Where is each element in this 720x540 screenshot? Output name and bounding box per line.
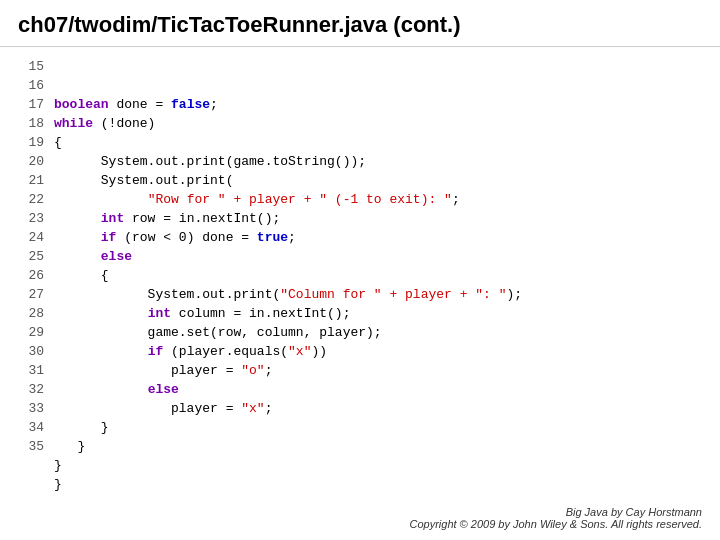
line-number: 27 — [18, 285, 44, 304]
footer-line2: Copyright © 2009 by John Wiley & Sons. A… — [409, 518, 702, 530]
code-area: boolean done = false;while (!done){ Syst… — [54, 57, 522, 494]
line-number: 17 — [18, 95, 44, 114]
line-number: 22 — [18, 190, 44, 209]
code-line: player = "o"; — [54, 361, 522, 380]
code-line: } — [54, 418, 522, 437]
line-number: 23 — [18, 209, 44, 228]
line-number: 30 — [18, 342, 44, 361]
footer-line1: Big Java by Cay Horstmann — [409, 506, 702, 518]
code-line: { — [54, 133, 522, 152]
code-line: while (!done) — [54, 114, 522, 133]
code-line: System.out.print("Column for " + player … — [54, 285, 522, 304]
code-line: System.out.print( — [54, 171, 522, 190]
code-line: if (player.equals("x")) — [54, 342, 522, 361]
code-line: else — [54, 380, 522, 399]
line-number: 24 — [18, 228, 44, 247]
code-line: } — [54, 475, 522, 494]
code-line: player = "x"; — [54, 399, 522, 418]
code-line: else — [54, 247, 522, 266]
line-number: 29 — [18, 323, 44, 342]
line-number: 26 — [18, 266, 44, 285]
code-line: } — [54, 456, 522, 475]
code-line: "Row for " + player + " (-1 to exit): "; — [54, 190, 522, 209]
code-line: int column = in.nextInt(); — [54, 304, 522, 323]
line-number: 33 — [18, 399, 44, 418]
code-line: int row = in.nextInt(); — [54, 209, 522, 228]
line-number: 31 — [18, 361, 44, 380]
line-number: 21 — [18, 171, 44, 190]
code-line: { — [54, 266, 522, 285]
line-number: 28 — [18, 304, 44, 323]
line-numbers: 1516171819202122232425262728293031323334… — [18, 57, 54, 494]
line-number: 32 — [18, 380, 44, 399]
footer: Big Java by Cay Horstmann Copyright © 20… — [409, 506, 702, 530]
code-line: game.set(row, column, player); — [54, 323, 522, 342]
line-number: 19 — [18, 133, 44, 152]
line-number: 15 — [18, 57, 44, 76]
line-number: 34 — [18, 418, 44, 437]
line-number: 25 — [18, 247, 44, 266]
line-number: 18 — [18, 114, 44, 133]
code-line: } — [54, 437, 522, 456]
code-line: if (row < 0) done = true; — [54, 228, 522, 247]
code-line: boolean done = false; — [54, 95, 522, 114]
code-line: System.out.print(game.toString()); — [54, 152, 522, 171]
line-number: 35 — [18, 437, 44, 456]
line-number: 20 — [18, 152, 44, 171]
page-title: ch07/twodim/TicTacToeRunner.java (cont.) — [18, 12, 702, 38]
line-number: 16 — [18, 76, 44, 95]
